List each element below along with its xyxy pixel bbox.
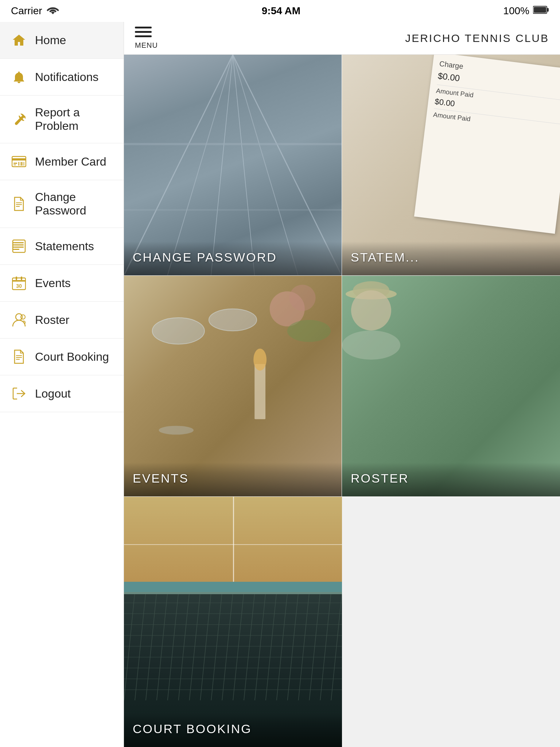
svg-rect-32 — [16, 357, 22, 358]
svg-point-30 — [21, 315, 25, 319]
sidebar-item-home[interactable]: Home — [0, 22, 124, 59]
menu-label: MENU — [135, 41, 158, 50]
tile-change-password[interactable]: CHANGE PASSWORD — [124, 55, 342, 276]
svg-rect-27 — [21, 276, 22, 280]
events-overlay: EVENTS — [124, 462, 342, 496]
svg-point-50 — [287, 320, 331, 342]
svg-rect-46 — [254, 364, 265, 419]
svg-rect-8 — [20, 162, 20, 166]
battery-icon — [533, 5, 549, 17]
svg-point-29 — [16, 314, 22, 320]
svg-rect-2 — [534, 7, 546, 13]
court-booking-label: COURT BOOKING — [133, 722, 252, 736]
sidebar-item-report[interactable]: Report a Problem — [0, 96, 124, 143]
bell-icon — [11, 69, 27, 85]
sidebar-events-label: Events — [35, 276, 71, 290]
wifi-icon — [47, 5, 59, 17]
svg-rect-1 — [547, 8, 549, 12]
sidebar: Home Notifications Report a Problem — [0, 22, 124, 747]
svg-rect-4 — [12, 158, 26, 160]
sidebar-item-member-card[interactable]: Member Card — [0, 143, 124, 180]
statement-paper: Charge $0.00 Amount Paid $0.00 Amount Pa… — [414, 55, 560, 234]
sidebar-item-events[interactable]: 30 Events — [0, 265, 124, 302]
svg-rect-23 — [13, 249, 14, 250]
logout-icon — [11, 386, 27, 402]
grid-empty-cell — [342, 497, 560, 747]
wrench-icon — [11, 111, 27, 127]
roster-overlay: ROSTER — [342, 462, 560, 496]
svg-rect-10 — [23, 162, 23, 166]
sidebar-item-logout[interactable]: Logout — [0, 375, 124, 412]
battery-percent: 100% — [503, 5, 529, 17]
calendar-icon: 30 — [11, 275, 27, 291]
svg-rect-33 — [16, 359, 20, 360]
status-time: 9:54 AM — [262, 5, 300, 17]
app-layout: Home Notifications Report a Problem — [0, 22, 560, 747]
svg-point-54 — [342, 330, 400, 360]
court-surface — [124, 497, 342, 592]
menu-bar-2 — [135, 31, 152, 33]
net-grid-svg — [124, 592, 342, 701]
svg-rect-20 — [13, 242, 14, 243]
sidebar-item-roster[interactable]: Roster — [0, 302, 124, 338]
home-icon — [11, 32, 27, 48]
svg-rect-26 — [16, 276, 17, 280]
card-icon — [11, 154, 27, 170]
menu-button[interactable]: MENU — [135, 27, 158, 50]
document2-icon — [11, 349, 27, 365]
statement-overlay: STATEM... — [342, 241, 560, 275]
svg-point-47 — [253, 349, 267, 371]
tile-grid: CHANGE PASSWORD Charge $0.00 Amount Paid… — [124, 55, 560, 747]
svg-rect-11 — [24, 162, 24, 166]
svg-point-53 — [351, 290, 391, 330]
sidebar-item-notifications[interactable]: Notifications — [0, 59, 124, 96]
carrier-text: Carrier — [11, 5, 42, 17]
sidebar-notifications-label: Notifications — [35, 70, 98, 84]
menu-bar-1 — [135, 27, 152, 28]
sidebar-change-password-label: Change Password — [35, 190, 113, 217]
svg-text:30: 30 — [16, 283, 22, 289]
svg-rect-41 — [124, 143, 342, 145]
sidebar-roster-label: Roster — [35, 313, 69, 327]
svg-rect-42 — [124, 209, 342, 211]
tile-events[interactable]: EVENTS — [124, 276, 342, 497]
svg-rect-17 — [14, 244, 24, 245]
menu-bar-3 — [135, 35, 152, 37]
sidebar-item-court-booking[interactable]: Court Booking — [0, 338, 124, 375]
svg-point-49 — [289, 285, 315, 311]
sidebar-member-card-label: Member Card — [35, 155, 106, 169]
sidebar-item-statements[interactable]: Statements — [0, 228, 124, 265]
main-content: MENU JERICHO TENNIS CLUB — [124, 22, 560, 747]
sidebar-item-change-password[interactable]: Change Password — [0, 180, 124, 228]
sidebar-report-label: Report a Problem — [35, 106, 113, 133]
svg-rect-7 — [18, 162, 19, 166]
svg-rect-9 — [21, 162, 22, 166]
statement-label: STATEM... — [351, 250, 419, 264]
sidebar-statements-label: Statements — [35, 240, 94, 253]
court-horizontal-line — [124, 544, 342, 545]
change-password-label: CHANGE PASSWORD — [133, 250, 277, 264]
svg-rect-15 — [13, 240, 25, 252]
svg-rect-19 — [14, 249, 19, 250]
svg-point-43 — [152, 318, 205, 344]
document-icon — [11, 196, 27, 212]
svg-rect-18 — [14, 247, 24, 248]
net-band — [124, 592, 342, 594]
svg-rect-13 — [16, 204, 22, 205]
status-bar: Carrier 9:54 AM 100% — [0, 0, 560, 22]
sidebar-home-label: Home — [35, 34, 66, 47]
tile-court-booking[interactable]: COURT BOOKING — [124, 497, 342, 747]
events-label: EVENTS — [133, 471, 189, 485]
svg-point-45 — [209, 309, 257, 331]
svg-rect-6 — [13, 165, 16, 165]
tile-roster[interactable]: ROSTER — [342, 276, 560, 497]
list-icon — [11, 238, 27, 254]
svg-rect-31 — [16, 355, 22, 356]
court-booking-overlay: COURT BOOKING — [124, 713, 342, 747]
tile-statement[interactable]: Charge $0.00 Amount Paid $0.00 Amount Pa… — [342, 55, 560, 276]
svg-rect-22 — [13, 247, 14, 248]
person-icon — [11, 312, 27, 328]
svg-rect-5 — [13, 163, 17, 164]
svg-rect-14 — [16, 206, 20, 207]
svg-rect-21 — [13, 244, 14, 245]
